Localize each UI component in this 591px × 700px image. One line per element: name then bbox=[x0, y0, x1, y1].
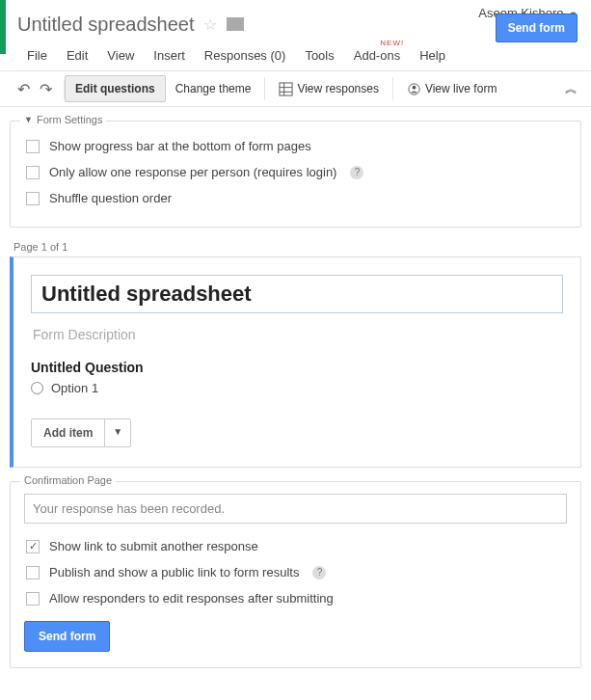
shuffle-checkbox[interactable] bbox=[26, 192, 40, 205]
publish-label: Publish and show a public link to form r… bbox=[49, 565, 299, 579]
menu-responses[interactable]: Responses (0) bbox=[195, 46, 296, 65]
redo-icon[interactable]: ↷ bbox=[40, 80, 52, 98]
show-link-checkbox[interactable] bbox=[26, 540, 40, 553]
toolbar-separator bbox=[392, 77, 393, 100]
send-form-button-bottom[interactable]: Send form bbox=[24, 621, 110, 652]
add-item-dropdown-icon[interactable]: ▼ bbox=[105, 419, 130, 446]
question-option-row[interactable]: Option 1 bbox=[31, 381, 563, 395]
svg-point-5 bbox=[413, 85, 416, 89]
menu-help[interactable]: Help bbox=[410, 46, 455, 65]
page-section: Page 1 of 1 Form Description Untitled Qu… bbox=[10, 241, 581, 468]
shuffle-label: Shuffle question order bbox=[49, 191, 172, 205]
option-label: Option 1 bbox=[51, 381, 98, 395]
progress-bar-checkbox[interactable] bbox=[26, 140, 40, 153]
page-label: Page 1 of 1 bbox=[10, 241, 581, 253]
star-icon[interactable]: ☆ bbox=[200, 15, 221, 34]
one-response-checkbox[interactable] bbox=[26, 166, 40, 179]
menu-edit[interactable]: Edit bbox=[57, 46, 97, 65]
globe-person-icon bbox=[407, 82, 421, 96]
view-responses-button[interactable]: View responses bbox=[269, 76, 389, 102]
form-settings-label[interactable]: ▼ Form Settings bbox=[20, 114, 106, 125]
new-badge: NEW! bbox=[380, 39, 404, 47]
menu-addons-label: Add-ons bbox=[354, 48, 400, 63]
confirmation-message-input[interactable] bbox=[24, 494, 567, 524]
menu-insert[interactable]: Insert bbox=[144, 46, 195, 65]
confirmation-label: Confirmation Page bbox=[20, 474, 116, 486]
publish-checkbox[interactable] bbox=[26, 566, 40, 579]
caret-down-icon: ▼ bbox=[24, 115, 33, 124]
view-live-form-button[interactable]: View live form bbox=[397, 76, 506, 102]
confirmation-section: Confirmation Page Show link to submit an… bbox=[10, 481, 581, 668]
menu-tools[interactable]: Tools bbox=[295, 46, 343, 65]
help-icon[interactable]: ? bbox=[312, 566, 326, 579]
spreadsheet-icon bbox=[279, 82, 293, 96]
add-item-label: Add item bbox=[32, 419, 105, 446]
allow-edit-checkbox[interactable] bbox=[26, 592, 40, 606]
svg-rect-0 bbox=[280, 82, 292, 94]
document-title[interactable]: Untitled spreadsheet bbox=[17, 13, 200, 36]
show-link-label: Show link to submit another response bbox=[49, 539, 258, 553]
change-theme-button[interactable]: Change theme bbox=[166, 76, 261, 101]
form-description[interactable]: Form Description bbox=[31, 313, 563, 360]
radio-icon bbox=[31, 382, 43, 394]
folder-icon[interactable] bbox=[227, 17, 244, 31]
one-response-label: Only allow one response per person (requ… bbox=[49, 165, 336, 179]
edit-questions-button[interactable]: Edit questions bbox=[65, 75, 166, 102]
collapse-toolbar-icon[interactable]: ︽ bbox=[565, 80, 578, 97]
menu-addons[interactable]: NEW! Add-ons bbox=[344, 46, 410, 65]
send-form-button-top[interactable]: Send form bbox=[496, 13, 578, 42]
undo-icon[interactable]: ↶ bbox=[17, 80, 30, 98]
menu-bar: File Edit View Insert Responses (0) Tool… bbox=[17, 42, 578, 70]
menu-view[interactable]: View bbox=[97, 46, 144, 65]
form-settings-section: ▼ Form Settings Show progress bar at the… bbox=[10, 121, 581, 228]
help-icon[interactable]: ? bbox=[350, 166, 363, 179]
allow-edit-label: Allow responders to edit responses after… bbox=[49, 591, 334, 606]
menu-file[interactable]: File bbox=[17, 46, 57, 65]
toolbar: ↶ ↷ Edit questions Change theme View res… bbox=[0, 70, 591, 107]
header: Untitled spreadsheet ☆ Aseem Kishore ▼ S… bbox=[0, 0, 591, 70]
progress-bar-label: Show progress bar at the bottom of form … bbox=[49, 139, 311, 153]
question-title[interactable]: Untitled Question bbox=[31, 360, 563, 381]
form-title-input[interactable] bbox=[31, 275, 563, 313]
view-responses-label: View responses bbox=[297, 82, 379, 95]
view-live-form-label: View live form bbox=[425, 82, 497, 95]
form-card: Form Description Untitled Question Optio… bbox=[10, 256, 581, 468]
toolbar-separator bbox=[264, 77, 265, 100]
add-item-button[interactable]: Add item ▼ bbox=[31, 418, 131, 447]
